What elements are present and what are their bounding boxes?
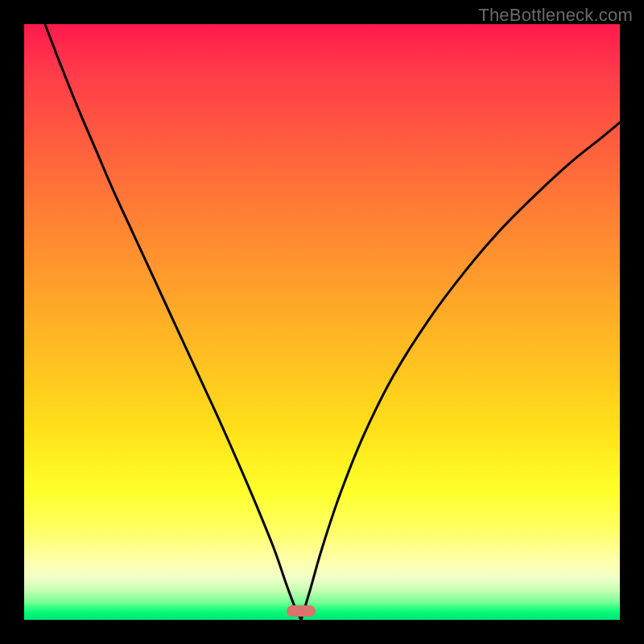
watermark-text: TheBottleneck.com xyxy=(478,5,633,26)
curve-right-branch xyxy=(301,122,620,620)
plot-area xyxy=(24,24,620,620)
curve-left-branch xyxy=(45,24,301,620)
curve-svg xyxy=(24,24,620,620)
minimum-marker xyxy=(287,605,316,617)
chart-frame: TheBottleneck.com xyxy=(0,0,644,644)
